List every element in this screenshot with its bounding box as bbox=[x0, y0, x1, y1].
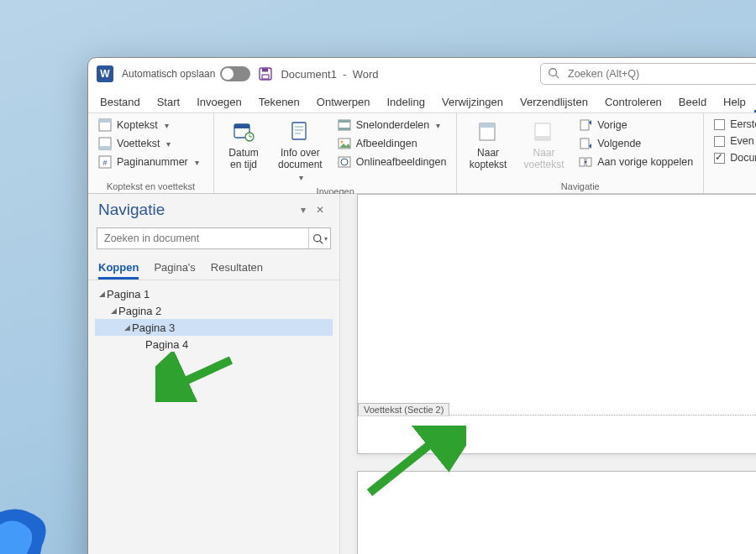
datum-tijd-button[interactable]: Datum en tijd bbox=[221, 117, 266, 175]
tree-item-pagina1[interactable]: ◢ Pagina 1 bbox=[95, 285, 333, 302]
calendar-clock-icon bbox=[232, 120, 255, 144]
collapse-icon[interactable]: ◢ bbox=[122, 323, 132, 332]
tree-item-pagina3[interactable]: ◢ Pagina 3 bbox=[95, 319, 333, 336]
svg-rect-16 bbox=[292, 123, 306, 139]
svg-rect-34 bbox=[586, 158, 591, 166]
word-window: W Automatisch opslaan Document1 - Word B… bbox=[87, 57, 756, 554]
checkbox-icon bbox=[714, 119, 725, 130]
navigation-search-input[interactable] bbox=[97, 233, 308, 244]
link-previous-icon bbox=[579, 155, 592, 169]
autosave-toggle[interactable]: Automatisch opslaan bbox=[122, 66, 250, 81]
search-box[interactable] bbox=[540, 63, 756, 85]
svg-point-36 bbox=[313, 234, 320, 241]
document-info-icon bbox=[288, 120, 312, 144]
checkbox-checked-icon bbox=[714, 153, 725, 164]
desktop-taskbar-peek bbox=[0, 504, 67, 554]
eerste-pagina-checkbox[interactable]: Eerste pagina afwijkend bbox=[711, 117, 756, 132]
group-opties: Eerste pagina afwijkend Even en oneven p… bbox=[704, 113, 756, 193]
tree-item-pagina2[interactable]: ◢ Pagina 2 bbox=[95, 302, 333, 319]
group-label: Navigatie bbox=[464, 181, 696, 193]
tab-start[interactable]: Start bbox=[149, 91, 188, 112]
snelonderdelen-button[interactable]: Snelonderdelen▾ bbox=[334, 117, 450, 133]
svg-line-4 bbox=[556, 75, 559, 78]
chevron-down-icon: ▾ bbox=[299, 173, 303, 182]
quickparts-icon bbox=[338, 118, 351, 132]
svg-rect-8 bbox=[99, 146, 111, 149]
aan-vorige-koppelen-button[interactable]: Aan vorige koppelen bbox=[575, 154, 696, 170]
even-oneven-checkbox[interactable]: Even en oneven pagina's versc bbox=[711, 133, 756, 149]
title-bar: W Automatisch opslaan Document1 - Word bbox=[88, 58, 756, 90]
tab-controleren[interactable]: Controleren bbox=[596, 91, 670, 112]
tab-indeling[interactable]: Indeling bbox=[378, 91, 433, 112]
page-upper: Voettekst (Sectie 2) 1 bbox=[357, 194, 756, 454]
nav-tab-resultaten[interactable]: Resultaten bbox=[211, 256, 263, 280]
navigation-search[interactable]: ▾ bbox=[97, 227, 331, 249]
svg-rect-21 bbox=[339, 120, 350, 123]
tree-item-pagina4[interactable]: Pagina 4 bbox=[95, 336, 333, 353]
navigation-tabs: Koppen Pagina's Resultaten bbox=[88, 256, 339, 280]
document-title: Document1 - Word bbox=[281, 68, 378, 81]
navigation-pane: Navigatie ▾ ✕ ▾ Koppen Pagina's Resultat… bbox=[88, 194, 340, 554]
naar-koptekst-button[interactable]: Naar koptekst bbox=[464, 117, 512, 175]
svg-point-24 bbox=[340, 141, 343, 144]
tab-help[interactable]: Help bbox=[715, 91, 754, 112]
svg-text:#: # bbox=[102, 159, 107, 167]
footer-section-tag: Voettekst (Sectie 2) bbox=[358, 403, 449, 416]
page-lower bbox=[357, 471, 756, 554]
svg-rect-31 bbox=[580, 120, 589, 130]
group-invoegen: Datum en tijd Info over document ▾ Snelo… bbox=[214, 113, 457, 193]
nav-tab-koppen[interactable]: Koppen bbox=[98, 256, 139, 280]
group-label: Opties bbox=[711, 181, 756, 193]
autosave-label: Automatisch opslaan bbox=[122, 68, 215, 80]
svg-rect-22 bbox=[339, 128, 350, 130]
toggle-switch-icon[interactable] bbox=[220, 66, 250, 81]
afbeeldingen-button[interactable]: Afbeeldingen bbox=[334, 135, 450, 152]
goto-header-icon bbox=[476, 120, 500, 144]
ribbon-tabs: Bestand Start Invoegen Tekenen Ontwerpen… bbox=[88, 90, 756, 113]
nav-tab-paginas[interactable]: Pagina's bbox=[154, 256, 195, 280]
koptekst-button[interactable]: Koptekst▾ bbox=[95, 117, 202, 133]
online-pictures-icon bbox=[338, 155, 351, 169]
documenttekst-checkbox[interactable]: Documenttekst weergeven bbox=[711, 150, 756, 165]
pane-options-button[interactable]: ▾ bbox=[296, 202, 311, 217]
chevron-down-icon: ▾ bbox=[166, 139, 171, 149]
checkbox-icon bbox=[714, 136, 725, 147]
search-submit-button[interactable]: ▾ bbox=[308, 228, 330, 248]
pane-close-button[interactable]: ✕ bbox=[311, 202, 329, 217]
group-koptekst-voettekst: Koptekst▾ Voettekst▾ # Paginanummer▾ Kop… bbox=[88, 113, 214, 193]
ribbon: Koptekst▾ Voettekst▾ # Paginanummer▾ Kop… bbox=[88, 113, 756, 194]
tab-invoegen[interactable]: Invoegen bbox=[188, 91, 250, 112]
group-navigatie: Naar koptekst Naar voettekst Vorige Volg… bbox=[457, 113, 704, 193]
collapse-icon[interactable]: ◢ bbox=[108, 306, 118, 315]
tab-verwijzingen[interactable]: Verwijzingen bbox=[433, 91, 512, 112]
collapse-icon[interactable]: ◢ bbox=[97, 290, 107, 298]
tab-verzendlijsten[interactable]: Verzendlijsten bbox=[512, 91, 596, 112]
headings-tree: ◢ Pagina 1 ◢ Pagina 2 ◢ Pagina 3 Pagina … bbox=[88, 280, 339, 358]
footer-page-number[interactable]: 1 bbox=[440, 428, 449, 442]
tab-beeld[interactable]: Beeld bbox=[670, 91, 715, 112]
svg-rect-2 bbox=[262, 75, 269, 79]
chevron-down-icon: ▾ bbox=[436, 121, 440, 130]
search-input[interactable] bbox=[566, 67, 751, 81]
footer-icon bbox=[98, 137, 112, 150]
chevron-down-icon: ▾ bbox=[165, 121, 169, 130]
svg-rect-33 bbox=[580, 158, 585, 166]
voettekst-button[interactable]: Voettekst▾ bbox=[95, 135, 202, 152]
paginanummer-button[interactable]: # Paginanummer▾ bbox=[95, 154, 202, 170]
document-area[interactable]: Voettekst (Sectie 2) 1 bbox=[340, 194, 756, 554]
save-icon[interactable] bbox=[259, 67, 272, 81]
word-app-icon: W bbox=[97, 65, 113, 82]
tab-ontwerpen[interactable]: Ontwerpen bbox=[308, 91, 379, 112]
onlineafbeeldingen-button[interactable]: Onlineafbeeldingen bbox=[334, 154, 450, 170]
previous-icon bbox=[579, 118, 592, 132]
tab-tekenen[interactable]: Tekenen bbox=[250, 91, 308, 112]
work-area: Navigatie ▾ ✕ ▾ Koppen Pagina's Resultat… bbox=[88, 194, 756, 554]
vorige-button[interactable]: Vorige bbox=[575, 117, 696, 133]
tab-bestand[interactable]: Bestand bbox=[92, 91, 149, 112]
search-icon bbox=[548, 67, 559, 81]
svg-rect-30 bbox=[535, 136, 550, 140]
volgende-button[interactable]: Volgende bbox=[575, 135, 696, 152]
info-document-button[interactable]: Info over document ▾ bbox=[273, 117, 328, 186]
goto-footer-icon bbox=[532, 120, 555, 144]
header-icon bbox=[98, 118, 112, 132]
